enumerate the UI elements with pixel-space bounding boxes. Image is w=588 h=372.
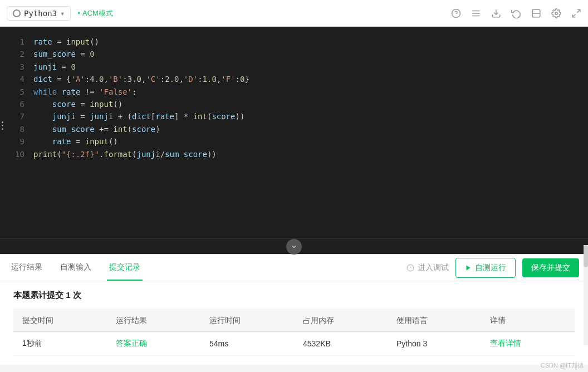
debug-button[interactable]: 进入调试 [406, 263, 449, 273]
svg-line-10 [572, 14, 575, 17]
submissions-table: 提交时间 运行结果 运行时间 占用内存 使用语言 详情 1秒前 答案正确 [13, 310, 575, 356]
code-editor[interactable]: 1 rate = input() 2 sum_score = 0 3 junji… [0, 27, 588, 238]
svg-marker-14 [467, 265, 471, 270]
col-header-result: 运行结果 [107, 310, 200, 332]
code-line-3: 3 junji = 0 [0, 61, 588, 73]
table-header-row: 提交时间 运行结果 运行时间 占用内存 使用语言 详情 [13, 310, 575, 332]
tabs-bar: 运行结果 自测输入 提交记录 进入调试 自测运行 保存并提交 [0, 254, 588, 281]
help-icon[interactable] [451, 8, 461, 18]
code-line-5: 5 while rate != 'False': [0, 86, 588, 98]
code-line-10: 10 print("{:.2f}".format(junji/sum_score… [0, 148, 588, 160]
language-label: Python3 [24, 9, 57, 18]
settings-icon[interactable] [551, 8, 561, 18]
code-line-1: 1 rate = input() [0, 36, 588, 48]
python-icon [13, 9, 21, 17]
refresh-icon[interactable] [511, 8, 521, 18]
layout-icon[interactable] [531, 8, 541, 18]
col-header-time: 提交时间 [13, 310, 107, 332]
col-header-memory: 占用内存 [294, 310, 388, 332]
tab-self-test[interactable]: 自测输入 [58, 254, 94, 281]
table-title: 本题累计提交 1 次 [13, 290, 575, 301]
code-line-7: 7 junji = junji + (dict[rate] * int(scor… [0, 110, 588, 123]
col-header-detail: 详情 [481, 310, 575, 332]
scrollbar-thumb[interactable] [584, 245, 588, 267]
expand-icon[interactable] [571, 8, 581, 18]
toolbar-actions [451, 8, 581, 18]
watermark: CSDN @IT邦德 [541, 361, 584, 370]
acm-mode-badge: ACM模式 [77, 8, 112, 18]
scrollbar-track[interactable] [584, 245, 588, 345]
download-icon[interactable] [491, 8, 501, 18]
bottom-panel: 运行结果 自测输入 提交记录 进入调试 自测运行 保存并提交 [0, 254, 588, 365]
list-icon[interactable] [471, 8, 481, 18]
col-header-runtime: 运行时间 [200, 310, 294, 332]
cell-detail[interactable]: 查看详情 [481, 332, 575, 356]
cell-result: 答案正确 [107, 332, 200, 356]
toolbar: Python3 ▾ ACM模式 [0, 0, 588, 27]
code-line-8: 8 sum_score += int(score) [0, 123, 588, 135]
code-line-9: 9 rate = input() [0, 135, 588, 148]
code-line-2: 2 sum_score = 0 [0, 48, 588, 60]
cell-memory: 4532KB [294, 332, 388, 356]
col-header-language: 使用语言 [388, 310, 481, 332]
submit-button[interactable]: 保存并提交 [522, 258, 579, 277]
collapse-handle[interactable] [0, 238, 588, 254]
table-area: 本题累计提交 1 次 提交时间 运行结果 运行时间 占用内存 使用语言 详情 1… [0, 281, 588, 365]
code-line-4: 4 dict = {'A':4.0,'B':3.0,'C':2.0,'D':1.… [0, 73, 588, 85]
cell-runtime: 54ms [200, 332, 294, 356]
chevron-down-icon: ▾ [60, 9, 65, 18]
tab-run-result[interactable]: 运行结果 [9, 254, 45, 281]
tab-submit-history[interactable]: 提交记录 [107, 254, 143, 281]
svg-point-8 [555, 12, 558, 14]
cell-language: Python 3 [388, 332, 481, 356]
tabs-right-actions: 进入调试 自测运行 保存并提交 [406, 258, 579, 278]
language-selector[interactable]: Python3 ▾ [7, 6, 71, 21]
table-row: 1秒前 答案正确 54ms 4532KB Python 3 查看详情 [13, 332, 575, 356]
svg-line-9 [577, 9, 580, 12]
run-button[interactable]: 自测运行 [455, 258, 516, 278]
cell-time: 1秒前 [13, 332, 107, 356]
collapse-icon [286, 239, 302, 254]
code-line-6: 6 score = input() [0, 98, 588, 110]
drag-handle[interactable] [0, 111, 4, 139]
